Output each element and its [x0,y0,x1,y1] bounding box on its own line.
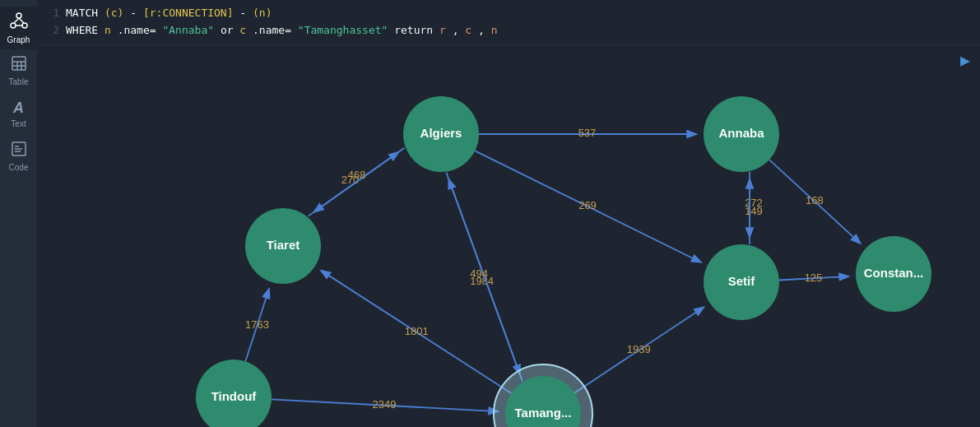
sidebar-item-table[interactable]: Table [0,49,38,92]
graph-canvas: ▶ 53727046826927214916812518011939176323… [38,45,980,427]
sidebar-item-text[interactable]: A Text [0,92,38,135]
line-number-2: 2 [48,22,59,39]
edge-label: 468 [348,168,366,180]
code-content-1: MATCH (c) - [r:CONNECTION] - (n) [66,5,272,22]
sidebar-graph-label: Graph [7,35,30,44]
sidebar-text-label: Text [11,119,26,128]
node-label-algiers: Algiers [420,126,462,140]
node-label-tindouf: Tindouf [211,389,258,403]
sidebar-item-graph[interactable]: Graph [0,7,38,49]
svg-line-4 [19,18,24,23]
code-content-2: WHERE n .name= "Annaba" or c .name= "Tam… [66,22,497,39]
edge-label: 1763 [245,318,269,331]
svg-rect-6 [12,57,26,70]
svg-point-1 [11,23,16,28]
line-number-1: 1 [48,5,59,22]
main-panel: 1 MATCH (c) - [r:CONNECTION] - (n) 2 WHE… [38,0,980,427]
edge-label: 494 [470,267,488,279]
node-label-annaba: Annaba [718,126,764,140]
sidebar-item-code[interactable]: Code [0,135,38,178]
node-label-tiaret: Tiaret [267,238,300,252]
edge-label: 1801 [405,325,429,337]
code-line-2: 2 WHERE n .name= "Annaba" or c .name= "T… [48,22,970,39]
edge-label: 2349 [373,398,397,411]
table-icon [11,55,27,75]
code-line-1: 1 MATCH (c) - [r:CONNECTION] - (n) [48,5,970,22]
svg-point-2 [22,23,27,28]
node-label-tamanrasset: Tamang... [515,406,572,420]
edge-label: 168 [806,194,824,207]
edge-label: 149 [745,205,763,217]
edge-label: 537 [578,127,597,139]
sidebar-table-label: Table [9,77,29,86]
edge-label: 1939 [627,343,651,355]
svg-line-3 [14,18,19,23]
node-label-constantine: Constan... [864,266,924,280]
svg-point-0 [16,13,21,18]
code-editor: 1 MATCH (c) - [r:CONNECTION] - (n) 2 WHE… [38,0,980,45]
play-button[interactable]: ▶ [960,50,970,70]
sidebar: Graph Table A Text Code [0,0,38,427]
edge-label: 269 [578,199,597,211]
edge-label: 125 [805,271,823,283]
graph-visualization: 5372704682692721491681251801193917632349… [38,45,980,427]
code-icon [11,141,27,160]
graph-icon [10,12,28,33]
sidebar-code-label: Code [9,163,29,172]
node-label-setif: Setif [728,274,756,288]
text-icon: A [13,100,24,117]
